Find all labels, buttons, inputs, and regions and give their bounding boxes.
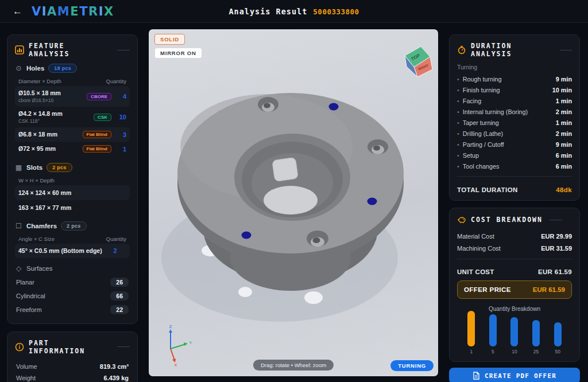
duration-name: Parting / Cutoff xyxy=(463,141,504,148)
chamfers-col-dim: Angle × C Size xyxy=(18,236,55,242)
duration-value: 6 min xyxy=(556,152,572,159)
feature-analysis-title: FEATURE ANALYSIS xyxy=(29,42,110,58)
bullet-icon: • xyxy=(457,76,459,83)
chamfers-table-header: Angle × C Size Quantity xyxy=(15,233,130,244)
surfaces-label: Surfaces xyxy=(26,265,52,272)
hole-type-badge: Flat Blind xyxy=(83,131,111,138)
solid-toggle[interactable]: SOLID xyxy=(154,34,185,45)
part-info-label: Weight xyxy=(16,375,36,381)
holes-count-badge: 18 pcs xyxy=(48,64,77,73)
duration-row: •Tool changes6 min xyxy=(457,161,572,171)
feature-analysis-header: FEATURE ANALYSIS xyxy=(15,42,130,58)
part-info-value: 819.3 cm³ xyxy=(100,363,129,370)
offer-price-value: EUR 61.59 xyxy=(533,286,565,293)
part-information-title: PART INFORMATION xyxy=(29,339,110,355)
hole-qty: 4 xyxy=(115,93,126,100)
hole-marker xyxy=(368,198,377,205)
hole-marker xyxy=(242,232,252,239)
offer-price-box: OFFER PRICE EUR 61.59 xyxy=(457,280,572,299)
slots-col: W × H × Depth xyxy=(18,177,55,184)
part-info-value: 6.439 kg xyxy=(104,375,129,381)
machining-mode-badge: TURNING xyxy=(390,360,434,371)
total-duration-label: TOTAL DURATION xyxy=(457,186,518,193)
table-row: 124 × 124 × 60 mm xyxy=(15,185,130,200)
viewer-toggles: SOLID MIRROR ON xyxy=(154,34,202,59)
3d-viewport[interactable]: SOLID MIRROR ON TOP RIGHT Z Y X Drag: ro… xyxy=(148,29,439,377)
duration-row: •Facing1 min xyxy=(457,95,572,106)
hole-qty: 3 xyxy=(115,131,126,138)
surfaces-icon: ◇ xyxy=(15,264,22,272)
table-row: Ø4.2 × 14.8 mm CSK 118° CSK 10 xyxy=(15,107,130,127)
holes-label: Holes xyxy=(26,65,44,72)
chamfer-qty: 2 xyxy=(106,247,117,254)
table-row: Ø10.5 × 18 mm cbore Ø16.5×10 CBORE 4 xyxy=(15,86,130,107)
axis-x-label: X xyxy=(174,362,177,367)
mirror-toggle[interactable]: MIRROR ON xyxy=(154,48,202,59)
back-arrow-icon: ← xyxy=(13,6,22,17)
slots-section-header: ▦ Slots 2 pcs xyxy=(15,163,130,172)
surface-name: Freeform xyxy=(16,306,42,313)
cost-breakdown-panel: COST BREAKDOWN Material Cost EUR 29.99 M… xyxy=(449,208,580,362)
viewer-hint: Drag: rotate • Wheel: zoom xyxy=(253,360,334,371)
bar-chart-icon xyxy=(15,45,24,54)
surface-name: Cylindrical xyxy=(16,293,45,299)
bullet-icon: • xyxy=(457,108,459,115)
total-duration-value: 48dk xyxy=(556,186,572,193)
create-pdf-offer-button[interactable]: CREATE PDF OFFER xyxy=(449,368,580,382)
part-information-panel: PART INFORMATION Volume 819.3 cm³ Weight… xyxy=(7,332,138,382)
hole-qty: 1 xyxy=(115,146,126,153)
holes-icon: ⊙ xyxy=(15,64,22,72)
divider xyxy=(457,176,572,177)
part-info-label: Volume xyxy=(16,363,37,370)
axis-z-label: Z xyxy=(169,324,172,329)
hole-dim: Ø4.2 × 14.8 mm xyxy=(18,110,63,118)
duration-name: Drilling (Lathe) xyxy=(463,130,503,137)
duration-row: •Rough turning9 min xyxy=(457,73,572,84)
surfaces-section-header: ◇ Surfaces xyxy=(15,264,130,272)
page-title-text: Analysis Result xyxy=(229,7,307,16)
surface-row: Planar 26 xyxy=(15,275,130,289)
hole-type-badge: CSK xyxy=(94,114,111,121)
cbore-hole xyxy=(368,139,388,154)
hole-sub: cbore Ø16.5×10 xyxy=(18,98,61,103)
cost-label: Machining Cost xyxy=(457,245,501,252)
duration-value: 2 min xyxy=(556,130,572,137)
table-row: 45° × C0.5 mm (Bottom edge) 2 xyxy=(15,244,130,258)
duration-row: •Drilling (Lathe)2 min xyxy=(457,128,572,139)
cbore-hole xyxy=(258,97,278,112)
surface-count: 26 xyxy=(110,278,129,287)
hole-type-badge: CBORE xyxy=(87,93,111,100)
view-cube[interactable]: TOP RIGHT xyxy=(399,44,434,80)
duration-name: Setup xyxy=(463,152,479,159)
surface-row: Freeform 22 xyxy=(15,303,130,317)
divider xyxy=(457,259,572,259)
chamfers-count-badge: 2 pcs xyxy=(61,221,87,231)
back-button[interactable]: ← xyxy=(9,5,26,17)
quantity-bar-label: 5 xyxy=(492,349,494,354)
bullet-icon: • xyxy=(457,152,459,159)
duration-value: 9 min xyxy=(556,76,572,83)
hole-dim: Ø72 × 95 mm xyxy=(18,145,56,153)
duration-value: 1 min xyxy=(556,119,572,126)
cost-value: EUR 29.99 xyxy=(541,233,572,240)
page-title: Analysis Result 5000333800 xyxy=(229,0,359,23)
analysis-id: 5000333800 xyxy=(313,7,359,16)
slots-count-badge: 2 pcs xyxy=(47,163,72,172)
unit-cost-value: EUR 61.59 xyxy=(538,268,572,275)
unit-cost-label: UNIT COST xyxy=(457,268,494,275)
duration-name: Tool changes xyxy=(463,163,500,170)
quantity-bar xyxy=(554,322,562,346)
bullet-icon: • xyxy=(457,163,459,170)
axis-y-label: Y xyxy=(189,340,192,345)
cost-row: Material Cost EUR 29.99 xyxy=(457,230,572,242)
hole-sub: CSK 118° xyxy=(18,118,63,124)
quantity-bar xyxy=(489,314,497,346)
cost-breakdown-header: COST BREAKDOWN xyxy=(457,215,572,224)
quantity-bar-label: 50 xyxy=(555,349,560,354)
duration-name: Internal turning (Boring) xyxy=(463,108,528,115)
duration-row: •Finish turning10 min xyxy=(457,84,572,95)
cost-breakdown-title: COST BREAKDOWN xyxy=(471,216,543,224)
duration-analysis-panel: DURATION ANALYSIS Turning •Rough turning… xyxy=(449,34,580,201)
right-column: DURATION ANALYSIS Turning •Rough turning… xyxy=(449,34,580,382)
duration-value: 2 min xyxy=(556,108,572,115)
